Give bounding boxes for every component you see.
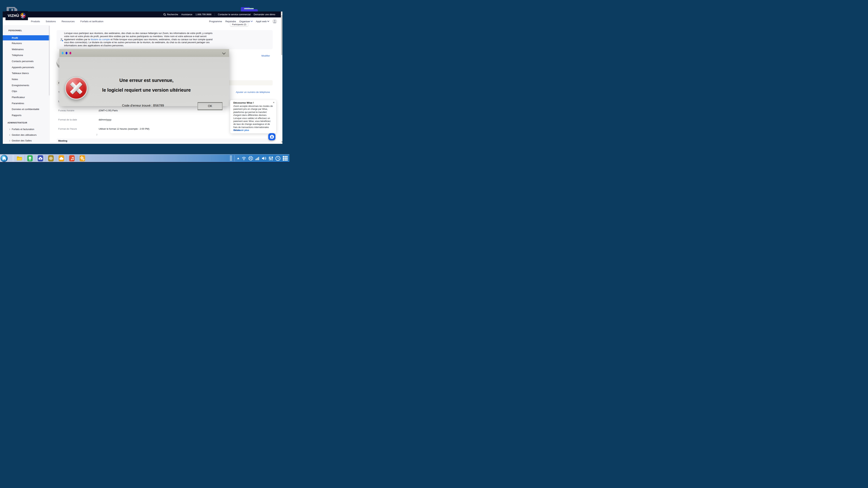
page-indicator: 2 <box>96 133 97 136</box>
assistance-link[interactable]: Assistance <box>181 13 192 16</box>
contact-bubble-icon <box>270 134 274 139</box>
nav-rejoindre[interactable]: Rejoindre <box>225 20 236 23</box>
sidebar-section-administrateur: ADMINISTRATEUR <box>7 122 27 124</box>
cloud-app-icon[interactable] <box>59 155 64 161</box>
avatar[interactable] <box>272 19 277 24</box>
sidebar-item-contacts-personnels[interactable]: Contacts personnels <box>12 60 34 64</box>
sidebar: PERSONNEL Profil Réunions Webinaires Tél… <box>3 25 50 143</box>
desktop: Recherche Assistance 1.888.799.9666 Cont… <box>0 0 289 163</box>
window-dot-blue-light[interactable] <box>62 52 64 54</box>
phone-number[interactable]: 1.888.799.9666 <box>195 13 212 16</box>
sidebar-item-webinaires[interactable]: Webinaires <box>12 48 24 52</box>
sidebar-item-appareils-personnels[interactable]: Appareils personnels <box>12 66 34 70</box>
sidebar-item-label: Forfaits et facturation <box>12 128 34 131</box>
chevron-down-icon <box>251 20 253 22</box>
upload-doc-app-icon[interactable] <box>27 155 33 161</box>
field-value-heure: Utiliser le format 12 heures (exemple : … <box>99 127 149 130</box>
participants-tooltip: Participants (2) <box>230 23 248 26</box>
sidebar-item-planificateur[interactable]: Planificateur <box>12 96 25 100</box>
folder-desktop-icon[interactable] <box>241 7 258 11</box>
window-dot-magenta[interactable] <box>69 52 71 54</box>
sidebar-item-telephone[interactable]: Téléphone <box>12 54 23 58</box>
section-meeting: Meeting <box>57 138 273 143</box>
close-icon[interactable]: × <box>273 101 275 104</box>
sidebar-item-clips[interactable]: Clips <box>12 90 17 94</box>
wise-title: Découvrez Wise ! <box>234 101 254 104</box>
app-grid-icon[interactable] <box>283 156 287 161</box>
floppy-desktop-icon[interactable] <box>7 7 17 11</box>
page-scrollbar[interactable]: ▲ ▼ <box>281 11 282 144</box>
request-demo-link[interactable]: Demander une démo <box>254 13 275 16</box>
nav-ressources[interactable]: Ressources <box>62 20 74 23</box>
scroll-down-icon[interactable]: ▼ <box>281 141 282 143</box>
nav-solutions[interactable]: Solutions <box>46 20 56 23</box>
ok-button[interactable]: OK <box>197 102 222 110</box>
taskbar-divider <box>25 155 25 161</box>
sidebar-section-personnel: PERSONNEL <box>8 29 22 32</box>
error-code-text: Code d'erreur trouvé : B56789 <box>122 104 164 107</box>
nav-appli-web[interactable]: Appli web <box>256 20 269 23</box>
modifier-link[interactable]: Modifier <box>261 54 270 57</box>
gears-app-icon[interactable] <box>80 155 85 161</box>
taskbar-divider <box>45 155 46 161</box>
brand-logo[interactable]: VIZHÙ <box>5 11 28 20</box>
wifi-icon[interactable] <box>242 156 246 160</box>
sidebar-scrollbar[interactable] <box>49 26 50 96</box>
sidebar-item-donnees-confidentialite[interactable]: Données et confidentialité <box>12 108 39 111</box>
chevron-down-icon <box>267 20 269 22</box>
home-button-icon[interactable] <box>1 155 8 162</box>
printer-icon[interactable] <box>248 156 253 161</box>
sidebar-item-profil[interactable]: Profil <box>3 35 50 40</box>
nav-organiser-label: Organiser <box>239 20 250 23</box>
nav-programme[interactable]: Programme <box>209 20 222 23</box>
music-app-icon[interactable] <box>69 155 74 161</box>
cloud-upload-app-icon[interactable] <box>38 155 43 161</box>
dialog-titlebar[interactable] <box>59 49 229 57</box>
chevron-down-icon[interactable] <box>222 51 225 54</box>
film-strip-icon[interactable] <box>230 155 232 161</box>
account-owner-link[interactable]: titulaire du compte <box>91 38 110 41</box>
privacy-notice: Lorsque vous participez aux réunions, de… <box>57 30 273 49</box>
sliders-icon[interactable] <box>269 156 273 161</box>
sidebar-item-rapports[interactable]: Rapports <box>12 114 22 118</box>
sidebar-item-enregistrements[interactable]: Enregistrements <box>12 84 29 88</box>
scroll-up-icon[interactable]: ▲ <box>281 12 282 13</box>
scrollbar-thumb[interactable] <box>281 15 282 55</box>
support-chat-button[interactable] <box>268 133 275 140</box>
search-label: Recherche <box>167 13 178 16</box>
horizontal-scroll-track <box>3 143 281 144</box>
volume-icon[interactable] <box>262 156 266 161</box>
sidebar-item-notes[interactable]: Notes <box>12 78 18 82</box>
folder-body <box>241 9 258 12</box>
field-value-date: dd/mm/yyyy <box>99 118 111 121</box>
add-phone-link[interactable]: Ajouter un numéro de téléphone <box>236 91 270 94</box>
privacy-notice-text: Lorsque vous participez aux réunions, de… <box>64 32 217 47</box>
wise-learn-more-link[interactable]: En savoir plus <box>234 129 249 131</box>
chevron-right-icon <box>9 134 10 136</box>
nav-organiser[interactable]: Organiser <box>239 20 252 23</box>
search-link[interactable]: Recherche <box>163 13 178 16</box>
sidebar-item-forfaits-facturation[interactable]: Forfaits et facturation <box>12 128 34 131</box>
sidebar-item-gestion-utilisateurs[interactable]: Gestion des utilisateurs <box>12 133 37 137</box>
privacy-person-icon <box>60 38 63 41</box>
error-title-line2: le logiciel requiert une version ultérie… <box>79 88 214 93</box>
sidebar-item-reunions[interactable]: Réunions <box>12 42 22 45</box>
sidebar-item-tableaux-blancs[interactable]: Tableaux blancs <box>12 72 29 75</box>
nav-produits[interactable]: Produits <box>31 20 40 23</box>
wise-popup: Découvrez Wise ! × Zoom accepte désormai… <box>230 100 276 133</box>
sidebar-item-parametres[interactable]: Paramètres <box>12 102 24 106</box>
clock-icon[interactable] <box>275 156 280 161</box>
signal-bars-icon[interactable] <box>255 157 259 160</box>
triangle-up-icon[interactable] <box>237 157 240 159</box>
search-icon <box>163 13 166 16</box>
sidebar-item-gestion-salles[interactable]: Gestion des Salles <box>12 139 32 143</box>
nav-forfaits[interactable]: Forfaits et tarification <box>80 20 103 23</box>
site-topbar: Recherche Assistance 1.888.799.9666 Cont… <box>3 11 282 18</box>
folder-taskbar-icon[interactable] <box>17 156 22 161</box>
window-dot-blue[interactable] <box>66 52 67 54</box>
taskbar-divider <box>77 155 77 161</box>
error-title-line1: Une erreur est survenue, <box>79 78 214 83</box>
globe-app-icon[interactable] <box>48 155 54 161</box>
contact-sales-link[interactable]: Contacter le service commercial <box>218 13 251 16</box>
error-dialog: Une erreur est survenue, le logiciel req… <box>59 49 229 106</box>
